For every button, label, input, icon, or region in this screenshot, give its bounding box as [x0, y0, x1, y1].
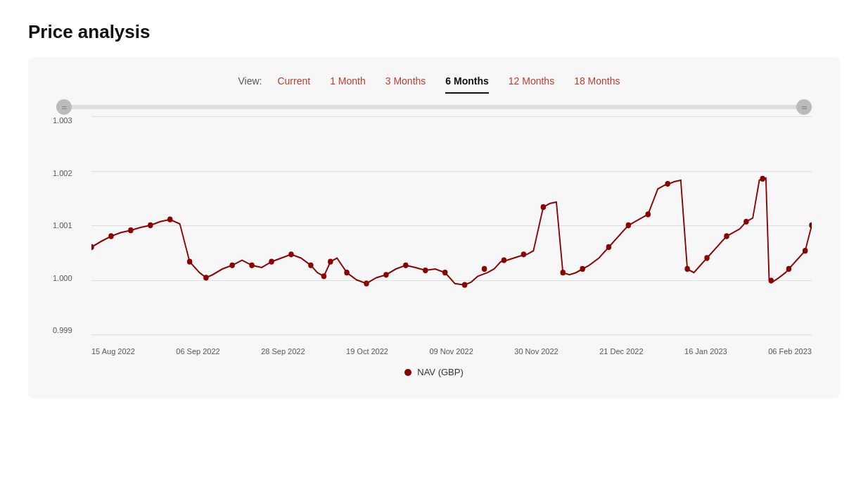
tab-3months[interactable]: 3 Months	[376, 71, 436, 91]
x-label-nov30: 30 Nov 2022	[514, 347, 558, 356]
x-label-aug: 15 Aug 2022	[91, 347, 135, 356]
page-title: Price analysis	[28, 21, 840, 43]
y-axis: 1.003 1.002 1.001 1.000 0.999	[53, 116, 72, 334]
x-label-sep28: 28 Sep 2022	[261, 347, 305, 356]
dot	[321, 273, 326, 279]
dot	[561, 270, 566, 275]
dot	[482, 266, 487, 272]
dot	[809, 222, 812, 228]
chart-area: 1.003 1.002 1.001 1.000 0.999	[91, 116, 812, 356]
dot	[743, 219, 748, 225]
dot	[502, 257, 506, 263]
x-axis: 15 Aug 2022 06 Sep 2022 28 Sep 2022 19 O…	[91, 347, 812, 356]
x-label-nov09: 09 Nov 2022	[429, 347, 473, 356]
dot	[724, 233, 729, 239]
dot	[665, 181, 670, 187]
x-label-dec: 21 Dec 2022	[599, 347, 643, 356]
tab-18months[interactable]: 18 Months	[564, 71, 630, 91]
dot	[769, 277, 774, 283]
dot	[760, 176, 765, 182]
dot	[684, 266, 689, 272]
tab-6months[interactable]: 6 Months	[435, 71, 498, 91]
view-tabs: View: Current 1 Month 3 Months 6 Months …	[49, 71, 819, 91]
dot	[626, 222, 631, 228]
dot	[328, 259, 333, 265]
y-label-0999: 0.999	[53, 326, 72, 334]
legend-label: NAV (GBP)	[417, 367, 464, 377]
dot	[167, 217, 172, 222]
nav-line	[91, 178, 812, 285]
dot	[229, 263, 234, 268]
dot	[187, 259, 192, 265]
range-handle-left[interactable]	[56, 99, 72, 115]
x-label-sep06: 06 Sep 2022	[176, 347, 219, 356]
dot	[541, 204, 546, 210]
dot	[403, 263, 408, 268]
x-label-feb: 06 Feb 2023	[768, 347, 812, 356]
tab-12months[interactable]: 12 Months	[499, 71, 564, 91]
dot	[423, 268, 428, 273]
range-track	[56, 105, 812, 109]
tab-1month[interactable]: 1 Month	[320, 71, 376, 91]
dot	[344, 270, 349, 275]
chart-container: View: Current 1 Month 3 Months 6 Months …	[28, 57, 840, 399]
dot	[646, 211, 651, 217]
dot	[203, 275, 208, 280]
dot	[308, 263, 313, 268]
dot	[580, 266, 585, 272]
y-label-1001: 1.001	[53, 221, 72, 230]
dot	[364, 281, 369, 287]
y-label-1000: 1.000	[53, 274, 72, 282]
y-label-1003: 1.003	[53, 116, 72, 125]
dot	[128, 227, 133, 233]
dot	[521, 251, 526, 257]
range-handle-right[interactable]	[796, 99, 812, 115]
legend-dot	[404, 369, 411, 376]
dot	[148, 222, 153, 228]
dot	[786, 266, 791, 272]
range-slider	[49, 105, 819, 109]
dot	[704, 255, 709, 261]
x-label-jan: 16 Jan 2023	[684, 347, 727, 356]
dot	[249, 263, 254, 268]
price-chart-svg	[91, 116, 812, 334]
view-label: View:	[238, 75, 262, 87]
dot	[442, 270, 447, 275]
dot	[269, 259, 274, 265]
dot	[462, 282, 467, 288]
dot	[288, 251, 293, 257]
tab-current[interactable]: Current	[267, 71, 320, 91]
x-label-oct: 19 Oct 2022	[346, 347, 388, 356]
dot	[606, 244, 611, 250]
legend: NAV (GBP)	[49, 367, 819, 377]
y-label-1002: 1.002	[53, 169, 72, 177]
dot	[383, 272, 388, 277]
dot	[108, 233, 113, 239]
dot	[803, 248, 808, 253]
